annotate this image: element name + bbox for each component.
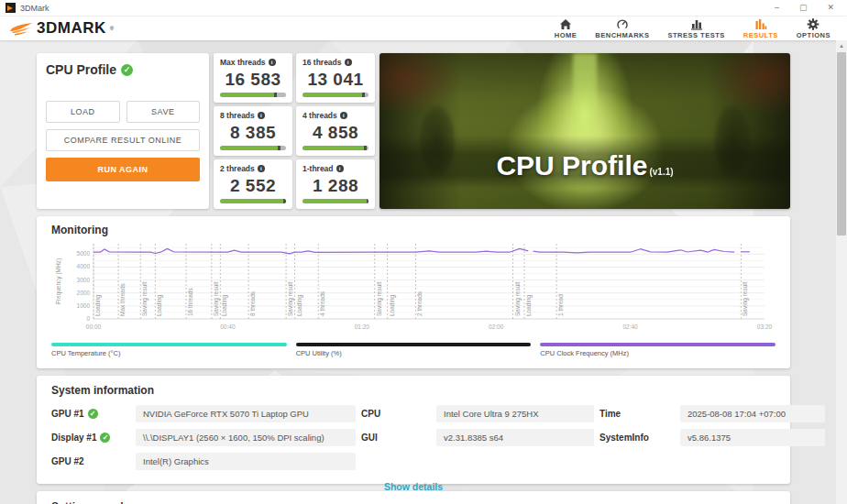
score-card-1-thread: 1-thread i 1 288	[296, 159, 375, 209]
systeminfo-label: SystemInfo	[600, 433, 675, 443]
gear-icon	[807, 18, 820, 30]
load-button[interactable]: LOAD	[46, 101, 120, 123]
score-value: 8 385	[220, 123, 286, 143]
svg-text:Loading: Loading	[156, 294, 163, 316]
gpu1-check-icon: ✓	[88, 409, 98, 419]
titlebar: 3DMark – ▢ ✕	[0, 0, 847, 16]
scrollbar-thumb[interactable]	[837, 52, 846, 236]
svg-text:5000: 5000	[77, 250, 91, 257]
home-icon	[559, 18, 572, 30]
gpu2-value: Intel(R) Graphics	[136, 453, 356, 470]
nav-home[interactable]: HOME	[555, 18, 578, 39]
svg-text:01:20: 01:20	[355, 323, 370, 330]
nav-stress-tests[interactable]: STRESS TESTS	[668, 18, 725, 39]
svg-text:02:00: 02:00	[489, 323, 504, 330]
svg-text:03:20: 03:20	[757, 323, 773, 330]
content-area: CPU Profile ✓ LOAD SAVE COMPARE RESULT O…	[0, 40, 847, 504]
score-card-2-threads: 2 threads i 2 552	[214, 159, 292, 209]
svg-text:00:00: 00:00	[86, 323, 102, 330]
time-label: Time	[600, 409, 675, 419]
legend-cpu-temperature[interactable]: CPU Temperature (°C)	[51, 343, 287, 357]
app-window: 3DMark – ▢ ✕ 3DMARK ® HOME	[0, 0, 847, 504]
legend-cpu-utility[interactable]: CPU Utility (%)	[296, 343, 532, 357]
svg-text:3000: 3000	[77, 277, 91, 283]
nav-results[interactable]: RESULTS	[743, 18, 778, 39]
svg-text:Saving result: Saving result	[376, 281, 383, 316]
gui-value: v2.31.8385 s64	[436, 429, 594, 446]
svg-text:Loading: Loading	[389, 294, 396, 316]
app-header: 3DMARK ® HOME BENCHMARKS	[0, 16, 847, 40]
logo-text: 3DMARK	[37, 19, 106, 38]
hero-title: CPU Profile	[496, 150, 647, 181]
info-icon[interactable]: i	[258, 165, 265, 172]
score-card-4-threads: 4 threads i 4 858	[296, 106, 375, 156]
vertical-scrollbar[interactable]: ▲	[836, 40, 847, 504]
svg-text:Saving result: Saving result	[742, 281, 749, 316]
display1-value: \\.\DISPLAY1 (2560 × 1600, 150% DPI scal…	[136, 429, 356, 446]
svg-text:1 thread: 1 thread	[557, 294, 564, 316]
chart-legend: CPU Temperature (°C) CPU Utility (%) CPU…	[51, 343, 776, 357]
bars-icon	[690, 18, 703, 30]
svg-text:8 threads: 8 threads	[249, 290, 256, 316]
result-summary-panel: CPU Profile ✓ LOAD SAVE COMPARE RESULT O…	[37, 53, 209, 209]
svg-text:2000: 2000	[77, 290, 91, 296]
svg-text:00:40: 00:40	[220, 323, 236, 330]
settings-used-title: Settings used	[51, 500, 776, 504]
benchmark-hero-image: CPU Profile(v1.1)	[380, 53, 790, 209]
legend-cpu-clock-frequency[interactable]: CPU Clock Frequency (MHz)	[540, 343, 776, 357]
score-value: 4 858	[302, 123, 368, 143]
score-distribution-bar	[220, 93, 286, 97]
info-icon[interactable]: i	[269, 59, 276, 66]
svg-text:16 threads: 16 threads	[187, 288, 193, 316]
compare-result-online-button[interactable]: COMPARE RESULT ONLINE	[46, 129, 200, 151]
score-card-8-threads: 8 threads i 8 385	[214, 106, 292, 156]
app-icon	[6, 3, 16, 13]
svg-text:Max threads: Max threads	[119, 282, 126, 316]
valid-result-check-icon: ✓	[121, 64, 133, 76]
legend-swatch-purple	[540, 343, 776, 346]
run-again-button[interactable]: RUN AGAIN	[46, 158, 200, 181]
legend-swatch-teal	[51, 343, 287, 346]
svg-text:Saving result: Saving result	[514, 281, 522, 316]
svg-text:Loading: Loading	[296, 294, 303, 316]
score-value: 2 552	[220, 176, 286, 196]
svg-text:Frequency (MHz): Frequency (MHz)	[55, 258, 62, 304]
svg-text:4000: 4000	[77, 263, 91, 269]
monitoring-title: Monitoring	[51, 224, 776, 236]
score-value: 16 583	[220, 70, 286, 90]
gauge-icon	[616, 18, 629, 30]
3dmark-hawk-icon	[9, 20, 33, 37]
3dmark-logo: 3DMARK ®	[9, 19, 114, 38]
score-distribution-bar	[220, 146, 286, 150]
gpu1-value: NVIDIA GeForce RTX 5070 Ti Laptop GPU	[136, 405, 356, 422]
svg-text:Loading: Loading	[221, 294, 228, 316]
svg-text:2 threads: 2 threads	[416, 290, 423, 316]
score-grid: Max threads i 16 583 16 threads i 13 041	[214, 53, 375, 209]
cpu-label: CPU	[361, 409, 431, 419]
gpu2-label: GPU #2	[51, 456, 130, 466]
svg-text:1000: 1000	[77, 302, 91, 309]
logo-registered-mark: ®	[110, 26, 114, 31]
gui-label: GUI	[361, 433, 431, 443]
score-distribution-bar	[220, 199, 286, 203]
monitoring-chart: 010002000300040005000Frequency (MHz)Load…	[51, 238, 776, 341]
info-icon[interactable]: i	[345, 59, 352, 66]
scroll-up-arrow[interactable]: ▲	[836, 40, 847, 51]
svg-text:Loading: Loading	[94, 294, 102, 316]
close-button[interactable]: ✕	[827, 4, 834, 12]
score-distribution-bar	[302, 146, 368, 150]
maximize-button[interactable]: ▢	[799, 4, 808, 12]
svg-text:Saving result: Saving result	[213, 281, 220, 316]
nav-benchmarks[interactable]: BENCHMARKS	[595, 18, 649, 39]
info-icon[interactable]: i	[336, 165, 344, 172]
hero-version: (v1.1)	[649, 167, 673, 177]
info-icon[interactable]: i	[258, 112, 265, 119]
gpu1-label: GPU #1 ✓	[51, 409, 130, 419]
window-title: 3DMark	[20, 4, 50, 13]
nav-options[interactable]: OPTIONS	[797, 18, 830, 39]
cpu-value: Intel Core Ultra 9 275HX	[436, 405, 594, 422]
save-button[interactable]: SAVE	[126, 101, 201, 123]
score-card-16-threads: 16 threads i 13 041	[296, 53, 375, 103]
info-icon[interactable]: i	[340, 112, 347, 119]
minimize-button[interactable]: –	[775, 4, 779, 12]
